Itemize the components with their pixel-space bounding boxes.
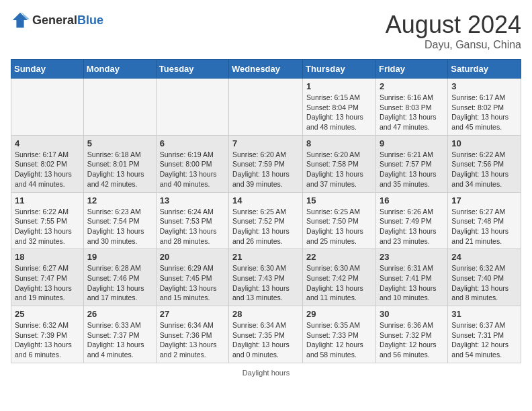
calendar-cell: 21Sunrise: 6:30 AM Sunset: 7:43 PM Dayli…	[229, 249, 303, 306]
cell-sun-info: Sunrise: 6:19 AM Sunset: 8:00 PM Dayligh…	[160, 150, 225, 189]
cell-sun-info: Sunrise: 6:17 AM Sunset: 8:02 PM Dayligh…	[15, 150, 80, 189]
calendar-cell: 2Sunrise: 6:16 AM Sunset: 8:03 PM Daylig…	[375, 79, 447, 136]
svg-marker-0	[13, 13, 28, 28]
cell-sun-info: Sunrise: 6:32 AM Sunset: 7:40 PM Dayligh…	[451, 263, 517, 303]
calendar-week-row: 1Sunrise: 6:15 AM Sunset: 8:04 PM Daylig…	[11, 79, 521, 136]
calendar-cell: 23Sunrise: 6:31 AM Sunset: 7:41 PM Dayli…	[375, 249, 447, 306]
cell-sun-info: Sunrise: 6:26 AM Sunset: 7:49 PM Dayligh…	[380, 207, 444, 246]
header-friday: Friday	[375, 60, 447, 79]
header-thursday: Thursday	[303, 60, 376, 79]
calendar-cell: 14Sunrise: 6:25 AM Sunset: 7:52 PM Dayli…	[229, 192, 303, 249]
day-number: 12	[87, 195, 152, 205]
calendar-cell: 7Sunrise: 6:20 AM Sunset: 7:59 PM Daylig…	[229, 135, 303, 192]
cell-sun-info: Sunrise: 6:34 AM Sunset: 7:36 PM Dayligh…	[160, 320, 225, 360]
calendar-cell: 1Sunrise: 6:15 AM Sunset: 8:04 PM Daylig…	[303, 79, 376, 136]
calendar-cell: 24Sunrise: 6:32 AM Sunset: 7:40 PM Dayli…	[448, 249, 521, 306]
title-block: August 2024 Dayu, Gansu, China	[386, 11, 521, 51]
header-tuesday: Tuesday	[156, 60, 228, 79]
cell-sun-info: Sunrise: 6:24 AM Sunset: 7:53 PM Dayligh…	[160, 207, 225, 246]
calendar-cell	[229, 79, 303, 136]
calendar-week-row: 18Sunrise: 6:27 AM Sunset: 7:47 PM Dayli…	[11, 249, 521, 306]
calendar-cell: 28Sunrise: 6:34 AM Sunset: 7:35 PM Dayli…	[229, 306, 303, 363]
day-number: 2	[380, 81, 444, 91]
day-number: 15	[306, 195, 372, 205]
cell-sun-info: Sunrise: 6:34 AM Sunset: 7:35 PM Dayligh…	[232, 320, 299, 360]
day-number: 5	[87, 138, 152, 148]
calendar-cell: 27Sunrise: 6:34 AM Sunset: 7:36 PM Dayli…	[156, 306, 228, 363]
location-subtitle: Dayu, Gansu, China	[386, 39, 521, 51]
cell-sun-info: Sunrise: 6:21 AM Sunset: 7:57 PM Dayligh…	[380, 150, 444, 189]
cell-sun-info: Sunrise: 6:20 AM Sunset: 7:59 PM Dayligh…	[232, 150, 299, 189]
calendar-cell: 13Sunrise: 6:24 AM Sunset: 7:53 PM Dayli…	[156, 192, 228, 249]
day-number: 14	[232, 195, 299, 205]
cell-sun-info: Sunrise: 6:22 AM Sunset: 7:55 PM Dayligh…	[15, 207, 80, 246]
logo: GeneralBlue	[11, 11, 103, 30]
calendar-cell: 26Sunrise: 6:33 AM Sunset: 7:37 PM Dayli…	[83, 306, 156, 363]
cell-sun-info: Sunrise: 6:25 AM Sunset: 7:52 PM Dayligh…	[232, 207, 299, 246]
day-number: 25	[15, 309, 80, 319]
calendar-cell: 8Sunrise: 6:20 AM Sunset: 7:58 PM Daylig…	[303, 135, 376, 192]
day-number: 9	[380, 138, 444, 148]
calendar-cell: 15Sunrise: 6:25 AM Sunset: 7:50 PM Dayli…	[303, 192, 376, 249]
calendar-week-row: 4Sunrise: 6:17 AM Sunset: 8:02 PM Daylig…	[11, 135, 521, 192]
calendar-cell: 31Sunrise: 6:37 AM Sunset: 7:31 PM Dayli…	[448, 306, 521, 363]
cell-sun-info: Sunrise: 6:31 AM Sunset: 7:41 PM Dayligh…	[380, 263, 444, 303]
calendar-cell: 5Sunrise: 6:18 AM Sunset: 8:01 PM Daylig…	[83, 135, 156, 192]
header-monday: Monday	[83, 60, 156, 79]
header-wednesday: Wednesday	[229, 60, 303, 79]
calendar-header-row: Sunday Monday Tuesday Wednesday Thursday…	[11, 60, 521, 79]
day-number: 16	[380, 195, 444, 205]
cell-sun-info: Sunrise: 6:22 AM Sunset: 7:56 PM Dayligh…	[451, 150, 517, 189]
day-number: 3	[451, 81, 517, 91]
day-number: 30	[380, 309, 444, 319]
day-number: 17	[451, 195, 517, 205]
cell-sun-info: Sunrise: 6:30 AM Sunset: 7:42 PM Dayligh…	[306, 263, 372, 303]
day-number: 10	[451, 138, 517, 148]
cell-sun-info: Sunrise: 6:15 AM Sunset: 8:04 PM Dayligh…	[306, 93, 372, 132]
cell-sun-info: Sunrise: 6:20 AM Sunset: 7:58 PM Dayligh…	[306, 150, 372, 189]
calendar-cell: 16Sunrise: 6:26 AM Sunset: 7:49 PM Dayli…	[375, 192, 447, 249]
calendar-cell: 12Sunrise: 6:23 AM Sunset: 7:54 PM Dayli…	[83, 192, 156, 249]
calendar-cell: 30Sunrise: 6:36 AM Sunset: 7:32 PM Dayli…	[375, 306, 447, 363]
cell-sun-info: Sunrise: 6:23 AM Sunset: 7:54 PM Dayligh…	[87, 207, 152, 246]
calendar-cell: 18Sunrise: 6:27 AM Sunset: 7:47 PM Dayli…	[11, 249, 84, 306]
calendar-cell	[156, 79, 228, 136]
calendar-cell: 17Sunrise: 6:27 AM Sunset: 7:48 PM Dayli…	[448, 192, 521, 249]
cell-sun-info: Sunrise: 6:16 AM Sunset: 8:03 PM Dayligh…	[380, 93, 444, 132]
day-number: 24	[451, 252, 517, 262]
calendar-cell: 22Sunrise: 6:30 AM Sunset: 7:42 PM Dayli…	[303, 249, 376, 306]
calendar-cell: 20Sunrise: 6:29 AM Sunset: 7:45 PM Dayli…	[156, 249, 228, 306]
day-number: 11	[15, 195, 80, 205]
day-number: 19	[87, 252, 152, 262]
calendar-cell	[11, 79, 84, 136]
calendar-cell: 29Sunrise: 6:35 AM Sunset: 7:33 PM Dayli…	[303, 306, 376, 363]
calendar-cell: 19Sunrise: 6:28 AM Sunset: 7:46 PM Dayli…	[83, 249, 156, 306]
day-number: 26	[87, 309, 152, 319]
cell-sun-info: Sunrise: 6:32 AM Sunset: 7:39 PM Dayligh…	[15, 320, 80, 360]
logo-icon	[11, 11, 30, 30]
page-header: GeneralBlue August 2024 Dayu, Gansu, Chi…	[11, 11, 521, 51]
footer-daylight: Daylight hours	[11, 369, 521, 377]
cell-sun-info: Sunrise: 6:27 AM Sunset: 7:47 PM Dayligh…	[15, 263, 80, 303]
day-number: 8	[306, 138, 372, 148]
logo-blue-text: Blue	[77, 13, 103, 27]
day-number: 22	[306, 252, 372, 262]
calendar-cell: 6Sunrise: 6:19 AM Sunset: 8:00 PM Daylig…	[156, 135, 228, 192]
logo-general-text: General	[32, 13, 77, 27]
calendar-week-row: 11Sunrise: 6:22 AM Sunset: 7:55 PM Dayli…	[11, 192, 521, 249]
calendar-cell: 11Sunrise: 6:22 AM Sunset: 7:55 PM Dayli…	[11, 192, 84, 249]
cell-sun-info: Sunrise: 6:36 AM Sunset: 7:32 PM Dayligh…	[380, 320, 444, 360]
cell-sun-info: Sunrise: 6:29 AM Sunset: 7:45 PM Dayligh…	[160, 263, 225, 303]
day-number: 20	[160, 252, 225, 262]
day-number: 29	[306, 309, 372, 319]
calendar-cell: 9Sunrise: 6:21 AM Sunset: 7:57 PM Daylig…	[375, 135, 447, 192]
day-number: 23	[380, 252, 444, 262]
cell-sun-info: Sunrise: 6:27 AM Sunset: 7:48 PM Dayligh…	[451, 207, 517, 246]
day-number: 27	[160, 309, 225, 319]
calendar-week-row: 25Sunrise: 6:32 AM Sunset: 7:39 PM Dayli…	[11, 306, 521, 363]
calendar-cell: 10Sunrise: 6:22 AM Sunset: 7:56 PM Dayli…	[448, 135, 521, 192]
calendar-cell: 3Sunrise: 6:17 AM Sunset: 8:02 PM Daylig…	[448, 79, 521, 136]
cell-sun-info: Sunrise: 6:30 AM Sunset: 7:43 PM Dayligh…	[232, 263, 299, 303]
cell-sun-info: Sunrise: 6:35 AM Sunset: 7:33 PM Dayligh…	[306, 320, 372, 360]
cell-sun-info: Sunrise: 6:28 AM Sunset: 7:46 PM Dayligh…	[87, 263, 152, 303]
